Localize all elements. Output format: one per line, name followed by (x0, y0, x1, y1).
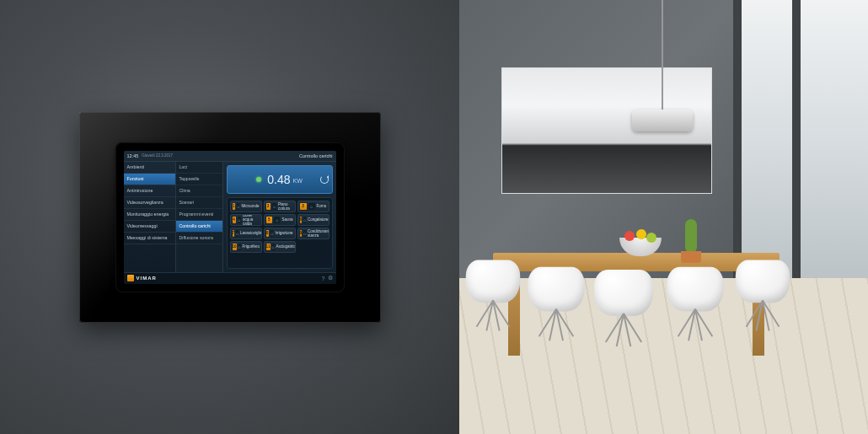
wall-background: 12:45 Giovedì 22.3.2017 Controllo carich… (0, 0, 459, 434)
load-item[interactable]: 7⌂Lavastoviglie (230, 228, 262, 239)
appliance-icon: ⌂ (308, 203, 315, 210)
refresh-icon[interactable] (320, 175, 329, 184)
help-icon[interactable]: ? (322, 276, 325, 281)
load-item[interactable]: 11⌂Asciugatrice (264, 241, 296, 253)
room-scene (459, 0, 868, 434)
appliance-icon: ⌂ (238, 244, 241, 250)
power-consumption-card[interactable]: 0.48 KW (227, 165, 333, 194)
load-priority-badge: 11 (266, 244, 271, 250)
load-label: Microonde (241, 204, 259, 208)
load-priority-badge: 7 (233, 230, 235, 237)
appliance-icon: ⌂ (272, 203, 276, 210)
chair (594, 270, 653, 346)
load-label: Congelatore (308, 217, 329, 222)
appliance-icon: ⌂ (236, 230, 238, 237)
load-label: Piano cottura (278, 202, 292, 211)
load-item[interactable]: 9⌂Condizionamento stanza (297, 228, 330, 239)
chair (528, 267, 584, 340)
settings-icon[interactable]: ⚙ (328, 275, 333, 281)
load-label: Frigorifero (243, 244, 260, 249)
clock-time: 12:45 (127, 153, 139, 158)
function-programmi-eventi[interactable]: Programmi eventi (176, 209, 222, 221)
function-luci[interactable]: Luci (176, 162, 222, 174)
load-priority-badge: 2 (266, 203, 271, 210)
load-priority-badge: 9 (300, 230, 303, 237)
page-title: Controllo carichi (299, 153, 332, 158)
functions-list: Luci Tapparelle Clima Scenari Programmi … (176, 162, 223, 272)
load-label: Condizionamento stanza (308, 229, 329, 238)
load-priority-badge: 10 (233, 244, 237, 250)
bottom-bar: VIMAR ? ⚙ (124, 272, 336, 284)
appliance-icon: ⌂ (271, 230, 273, 237)
sidebar-item-monitoraggio-energia[interactable]: Monitoraggio energia (124, 209, 175, 221)
load-label: Boiler acqua calda (243, 214, 260, 226)
brand-logo-icon (127, 275, 134, 281)
load-label: Forno (317, 204, 327, 208)
clock-date: Giovedì 22.3.2017 (142, 153, 173, 158)
load-item[interactable]: 6⌂Congelatore (297, 214, 330, 226)
load-priority-badge: 1 (233, 203, 235, 210)
content-area: 0.48 KW 1⌂Microonde2⌂Piano cottura3⌂Forn… (223, 162, 336, 272)
chair (466, 260, 520, 330)
load-label: Irrigazione (275, 231, 292, 235)
load-priority-badge: 5 (266, 217, 272, 223)
load-priority-badge: 8 (266, 230, 269, 237)
sidebar-item-antintrusione[interactable]: Antintrusione (124, 185, 175, 197)
load-item[interactable]: 5⌂Sauna (264, 214, 296, 226)
function-diffusione-sonora[interactable]: Diffusione sonora (176, 233, 222, 244)
load-item[interactable]: 10⌂Frigorifero (230, 241, 262, 253)
sidebar-item-funzioni[interactable]: Funzioni (124, 174, 175, 185)
appliance-icon: ⌂ (274, 217, 280, 223)
top-bar: 12:45 Giovedì 22.3.2017 Controllo carich… (124, 151, 336, 162)
function-controllo-carichi[interactable]: Controllo carichi (176, 221, 222, 233)
power-value: 0.48 (267, 173, 290, 186)
chair (667, 267, 723, 340)
sidebar-item-videomessaggi[interactable]: Videomessaggi (124, 221, 175, 233)
main-sidebar: Ambienti Funzioni Antintrusione Videosor… (124, 162, 176, 272)
load-label: Sauna (281, 217, 292, 222)
sidebar-item-videosorveglianza[interactable]: Videosorveglianza (124, 197, 175, 209)
pendant-lamp (662, 0, 663, 110)
power-unit: KW (292, 178, 302, 184)
status-indicator-icon (256, 177, 261, 182)
sidebar-item-ambienti[interactable]: Ambienti (124, 162, 175, 174)
appliance-icon: ⌂ (303, 217, 306, 223)
function-scenari[interactable]: Scenari (176, 197, 222, 209)
load-item[interactable]: 1⌂Microonde (230, 201, 262, 212)
load-priority-badge: 4 (233, 217, 236, 223)
loads-grid: 1⌂Microonde2⌂Piano cottura3⌂Forno4⌂Boile… (227, 197, 333, 269)
chair (736, 260, 790, 330)
brand-name: VIMAR (137, 276, 157, 281)
load-item[interactable]: 8⌂Irrigazione (264, 228, 296, 239)
room-floor (459, 278, 868, 434)
load-label: Asciugatrice (276, 244, 296, 249)
cactus-plant (685, 219, 697, 253)
function-clima[interactable]: Clima (176, 185, 222, 197)
load-item[interactable]: 3⌂Forno (297, 201, 330, 212)
load-priority-badge: 6 (300, 217, 303, 223)
screen-bezel: 12:45 Giovedì 22.3.2017 Controllo carich… (115, 142, 345, 292)
load-item[interactable]: 2⌂Piano cottura (264, 201, 296, 212)
load-item[interactable]: 4⌂Boiler acqua calda (230, 214, 262, 226)
appliance-icon: ⌂ (237, 203, 239, 210)
appliance-icon: ⌂ (272, 244, 275, 250)
screen: 12:45 Giovedì 22.3.2017 Controllo carich… (124, 151, 336, 284)
touch-panel-frame: 12:45 Giovedì 22.3.2017 Controllo carich… (79, 112, 381, 323)
appliance-icon: ⌂ (238, 217, 241, 223)
function-tapparelle[interactable]: Tapparelle (176, 174, 222, 185)
load-priority-badge: 3 (300, 203, 307, 210)
load-label: Lavastoviglie (240, 231, 261, 235)
room-window (733, 0, 868, 278)
sidebar-item-messaggi-sistema[interactable]: Messaggi di sistema (124, 233, 175, 244)
appliance-icon: ⌂ (303, 230, 306, 237)
